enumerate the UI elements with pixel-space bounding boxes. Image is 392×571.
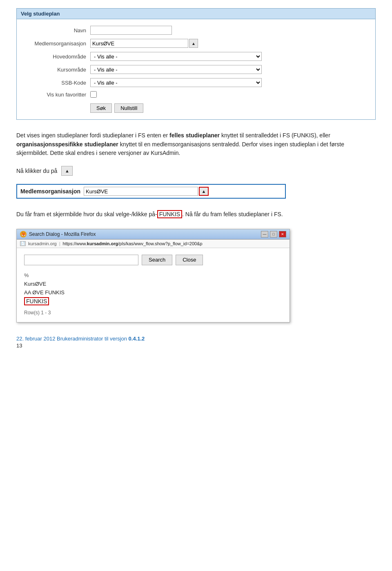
desc-bold1: felles studieplaner — [169, 132, 220, 139]
click-instruction: Nå klikker du på ▲ — [16, 166, 376, 176]
navn-label: Navn — [25, 27, 90, 34]
du-far-text1: Du får fram et skjermbilde hvor du skal … — [16, 211, 157, 217]
ff-search-button[interactable]: Search — [142, 255, 172, 265]
description-text: Det vises ingen studieplaner fordi studi… — [16, 131, 376, 158]
med-highlight-input[interactable] — [84, 187, 198, 196]
form-panel: Velg studieplan Navn Medlemsorganisasjon… — [16, 8, 376, 120]
ff-address-bar: 📄 kursadmin.org | https://www.kursadmin.… — [17, 240, 290, 248]
ssb-select[interactable]: - Vis alle - — [90, 78, 262, 87]
ff-minimize-btn[interactable]: — — [261, 231, 268, 237]
ff-url-text: https://www.kursadmin.org/pls/kas/wwv_fl… — [63, 241, 203, 246]
desc-bold2: organisasjonsspesifikke studieplaner — [16, 141, 118, 148]
ff-site-label: kursadmin.org — [28, 241, 57, 246]
search-button[interactable]: Søk — [90, 103, 112, 113]
hovedomrade-row: Hovedområde - Vis alle - — [25, 52, 367, 61]
footer: 22. februar 2012 Brukeradministrator til… — [16, 336, 376, 349]
ff-content: Search Close % KursØVE AA ØVE FUNKIS FUN… — [17, 248, 290, 322]
reset-button[interactable]: Nullstill — [114, 103, 143, 113]
navn-input[interactable] — [90, 26, 172, 35]
navn-row: Navn — [25, 26, 367, 35]
du-far-text: Du får fram et skjermbilde hvor du skal … — [16, 210, 376, 219]
ff-search-row: Search Close — [24, 255, 282, 265]
hovedomrade-label: Hovedområde — [25, 54, 90, 60]
ff-close-button[interactable]: Close — [176, 255, 203, 265]
favoritter-checkbox[interactable] — [90, 91, 97, 98]
ff-title-right: — □ ✕ — [261, 231, 286, 237]
kursomrade-label: Kursområde — [25, 67, 90, 73]
ff-restore-btn[interactable]: □ — [270, 231, 277, 237]
ssb-label: SSB-Kode — [25, 80, 90, 86]
form-body: Navn Medlemsorganisasjon ▲ Hovedområde -… — [17, 19, 375, 119]
ff-title-bar: 🦊 Search Dialog - Mozilla Firefox — □ ✕ — [17, 229, 290, 240]
footer-link-text: 22. februar 2012 Brukeradministrator til… — [16, 336, 129, 342]
favoritter-row: Vis kun favoritter — [25, 91, 367, 98]
favoritter-label: Vis kun favoritter — [25, 92, 90, 98]
list-item-kursoeve[interactable]: KursØVE — [24, 280, 282, 288]
med-label: Medlemsorganisasjon — [25, 40, 90, 47]
footer-link[interactable]: 22. februar 2012 Brukeradministrator til… — [16, 336, 145, 342]
ff-page-icon: 📄 — [20, 241, 26, 246]
ff-title-text: Search Dialog - Mozilla Firefox — [29, 231, 96, 237]
med-arrow-button[interactable]: ▲ — [189, 39, 198, 48]
hovedomrade-select[interactable]: - Vis alle - — [90, 52, 262, 61]
med-row-highlight: Medlemsorganisasjon ▲ — [16, 184, 286, 199]
med-container: ▲ — [90, 39, 198, 48]
ff-rows-info: Row(s) 1 - 3 — [24, 310, 282, 316]
du-far-text2: . Nå får du fram felles studieplaner i F… — [182, 211, 283, 217]
click-arrow-button[interactable]: ▲ — [61, 166, 73, 176]
med-highlight-label: Medlemsorganisasjon — [20, 188, 84, 195]
med-row: Medlemsorganisasjon ▲ — [25, 39, 367, 48]
click-instruction-text: Nå klikker du på — [16, 168, 57, 174]
footer-page-num: 13 — [16, 343, 376, 349]
list-item-aaovefunkis-text: AA ØVE FUNKIS — [24, 289, 65, 296]
footer-link-row: 22. februar 2012 Brukeradministrator til… — [16, 336, 376, 342]
list-item-aaovefunkis[interactable]: AA ØVE FUNKIS — [24, 288, 282, 297]
funkis-highlight-inline: FUNKIS — [157, 210, 182, 218]
ff-close-btn[interactable]: ✕ — [279, 231, 286, 237]
list-item-kursoeve-text: KursØVE — [24, 281, 46, 287]
med-input[interactable] — [90, 39, 188, 48]
firefox-window: 🦊 Search Dialog - Mozilla Firefox — □ ✕ … — [16, 229, 290, 322]
firefox-icon: 🦊 — [20, 231, 27, 237]
desc-text2: knyttet til sentralleddet i FS (FUNKIS),… — [220, 132, 330, 139]
ff-title-left: 🦊 Search Dialog - Mozilla Firefox — [20, 231, 96, 237]
form-btn-row: Søk Nullstill — [25, 103, 367, 113]
kursomrade-select[interactable]: - Vis alle - — [90, 65, 262, 74]
list-item-funkis[interactable]: FUNKIS — [24, 297, 282, 306]
med-highlight-arrow-button[interactable]: ▲ — [199, 187, 209, 196]
list-item-funkis-text: FUNKIS — [24, 297, 49, 305]
ff-list: % KursØVE AA ØVE FUNKIS FUNKIS Row(s) 1 … — [24, 271, 282, 316]
list-item-percent-text: % — [24, 272, 29, 278]
footer-version: 0.4.1.2 — [129, 336, 145, 342]
list-item-percent[interactable]: % — [24, 271, 282, 280]
desc-text1: Det vises ingen studieplaner fordi studi… — [16, 132, 169, 139]
ff-search-input[interactable] — [24, 255, 138, 265]
ssb-row: SSB-Kode - Vis alle - — [25, 78, 367, 87]
kursomrade-row: Kursområde - Vis alle - — [25, 65, 367, 74]
form-panel-title: Velg studieplan — [17, 9, 375, 19]
ff-url-separator: | — [59, 241, 60, 246]
